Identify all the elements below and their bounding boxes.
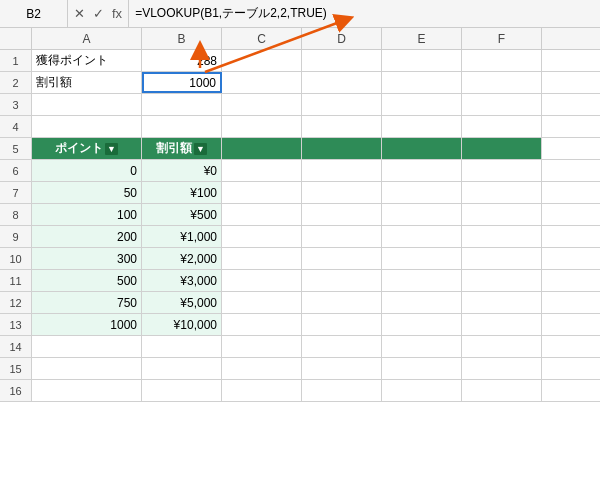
cell-b6[interactable]: ¥0 <box>142 160 222 181</box>
cell-e14[interactable] <box>382 336 462 357</box>
col-header-e[interactable]: E <box>382 28 462 49</box>
cell-d12[interactable] <box>302 292 382 313</box>
cell-f2[interactable] <box>462 72 542 93</box>
confirm-icon[interactable]: ✓ <box>91 6 106 21</box>
cell-e11[interactable] <box>382 270 462 291</box>
cell-b10[interactable]: ¥2,000 <box>142 248 222 269</box>
cell-c13[interactable] <box>222 314 302 335</box>
cell-a1[interactable]: 獲得ポイント <box>32 50 142 71</box>
cell-c7[interactable] <box>222 182 302 203</box>
cell-a2[interactable]: 割引額 <box>32 72 142 93</box>
cell-d3[interactable] <box>302 94 382 115</box>
cell-a8[interactable]: 100 <box>32 204 142 225</box>
cell-d5[interactable] <box>302 138 382 159</box>
cell-f16[interactable] <box>462 380 542 401</box>
cell-reference-box[interactable]: B2 <box>0 0 68 27</box>
cell-f12[interactable] <box>462 292 542 313</box>
cell-e16[interactable] <box>382 380 462 401</box>
cell-a6[interactable]: 0 <box>32 160 142 181</box>
cell-e15[interactable] <box>382 358 462 379</box>
cell-d11[interactable] <box>302 270 382 291</box>
cell-e6[interactable] <box>382 160 462 181</box>
cell-e4[interactable] <box>382 116 462 137</box>
cell-f6[interactable] <box>462 160 542 181</box>
cell-d8[interactable] <box>302 204 382 225</box>
cell-a5[interactable]: ポイント ▼ <box>32 138 142 159</box>
cell-d6[interactable] <box>302 160 382 181</box>
cell-c10[interactable] <box>222 248 302 269</box>
cell-d2[interactable] <box>302 72 382 93</box>
cell-c8[interactable] <box>222 204 302 225</box>
cell-b7[interactable]: ¥100 <box>142 182 222 203</box>
cell-f8[interactable] <box>462 204 542 225</box>
cell-a14[interactable] <box>32 336 142 357</box>
cell-d4[interactable] <box>302 116 382 137</box>
col-header-f[interactable]: F <box>462 28 542 49</box>
cell-b4[interactable] <box>142 116 222 137</box>
cell-a12[interactable]: 750 <box>32 292 142 313</box>
cell-e8[interactable] <box>382 204 462 225</box>
cell-b15[interactable] <box>142 358 222 379</box>
cell-c9[interactable] <box>222 226 302 247</box>
function-icon[interactable]: fx <box>110 6 124 21</box>
cell-b12[interactable]: ¥5,000 <box>142 292 222 313</box>
cell-c11[interactable] <box>222 270 302 291</box>
cell-f14[interactable] <box>462 336 542 357</box>
cell-a7[interactable]: 50 <box>32 182 142 203</box>
col-header-b[interactable]: B <box>142 28 222 49</box>
cell-a16[interactable] <box>32 380 142 401</box>
cancel-icon[interactable]: ✕ <box>72 6 87 21</box>
cell-c1[interactable] <box>222 50 302 71</box>
cell-d10[interactable] <box>302 248 382 269</box>
cell-e10[interactable] <box>382 248 462 269</box>
cell-d16[interactable] <box>302 380 382 401</box>
cell-e9[interactable] <box>382 226 462 247</box>
cell-e1[interactable] <box>382 50 462 71</box>
cell-b9[interactable]: ¥1,000 <box>142 226 222 247</box>
cell-c6[interactable] <box>222 160 302 181</box>
cell-f15[interactable] <box>462 358 542 379</box>
cell-f9[interactable] <box>462 226 542 247</box>
cell-f4[interactable] <box>462 116 542 137</box>
cell-d7[interactable] <box>302 182 382 203</box>
cell-f11[interactable] <box>462 270 542 291</box>
cell-f3[interactable] <box>462 94 542 115</box>
cell-c4[interactable] <box>222 116 302 137</box>
dropdown-icon-b5[interactable]: ▼ <box>194 143 207 155</box>
cell-e5[interactable] <box>382 138 462 159</box>
cell-c12[interactable] <box>222 292 302 313</box>
cell-a4[interactable] <box>32 116 142 137</box>
cell-c14[interactable] <box>222 336 302 357</box>
cell-b13[interactable]: ¥10,000 <box>142 314 222 335</box>
cell-e13[interactable] <box>382 314 462 335</box>
col-header-c[interactable]: C <box>222 28 302 49</box>
cell-c5[interactable] <box>222 138 302 159</box>
cell-e3[interactable] <box>382 94 462 115</box>
cell-d13[interactable] <box>302 314 382 335</box>
cell-b1[interactable]: 288 <box>142 50 222 71</box>
col-header-d[interactable]: D <box>302 28 382 49</box>
cell-f7[interactable] <box>462 182 542 203</box>
cell-c15[interactable] <box>222 358 302 379</box>
cell-a9[interactable]: 200 <box>32 226 142 247</box>
cell-d9[interactable] <box>302 226 382 247</box>
cell-a3[interactable] <box>32 94 142 115</box>
cell-e12[interactable] <box>382 292 462 313</box>
dropdown-icon-a5[interactable]: ▼ <box>105 143 118 155</box>
cell-a11[interactable]: 500 <box>32 270 142 291</box>
cell-d15[interactable] <box>302 358 382 379</box>
cell-f5[interactable] <box>462 138 542 159</box>
cell-b11[interactable]: ¥3,000 <box>142 270 222 291</box>
cell-c3[interactable] <box>222 94 302 115</box>
cell-c2[interactable] <box>222 72 302 93</box>
col-header-a[interactable]: A <box>32 28 142 49</box>
cell-e7[interactable] <box>382 182 462 203</box>
cell-f1[interactable] <box>462 50 542 71</box>
cell-b2[interactable]: 1000 <box>142 72 222 93</box>
cell-f13[interactable] <box>462 314 542 335</box>
cell-b8[interactable]: ¥500 <box>142 204 222 225</box>
cell-a15[interactable] <box>32 358 142 379</box>
cell-d14[interactable] <box>302 336 382 357</box>
cell-b3[interactable] <box>142 94 222 115</box>
cell-e2[interactable] <box>382 72 462 93</box>
